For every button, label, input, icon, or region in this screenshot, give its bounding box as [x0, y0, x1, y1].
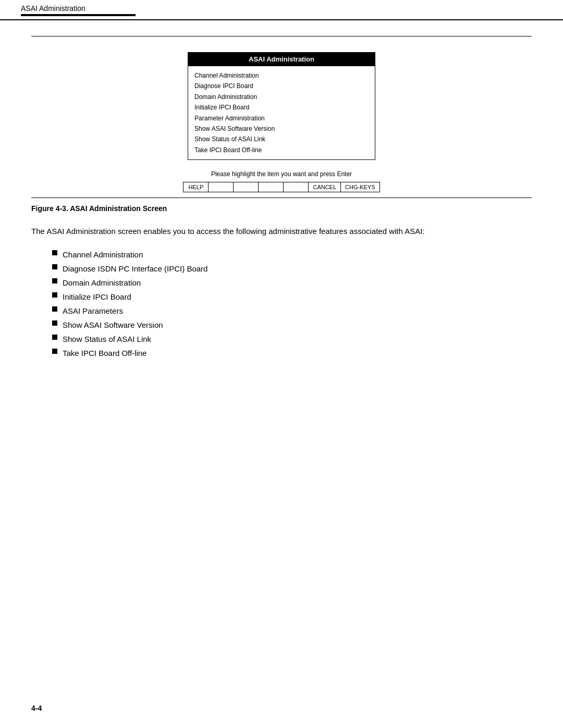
list-item-text: Show Status of ASAI Link	[63, 332, 151, 346]
fkey-help[interactable]: HELP	[183, 182, 209, 192]
list-item: Show Status of ASAI Link	[52, 332, 532, 346]
list-item: Take IPCI Board Off-line	[52, 346, 532, 360]
page-number: 4-4	[31, 704, 42, 712]
bullet-icon	[52, 250, 57, 255]
menu-item[interactable]: Parameter Administration	[194, 113, 369, 124]
menu-item[interactable]: Initialize IPCI Board	[194, 102, 369, 113]
fkey-bar: HELPCANCELCHG-KEYS	[31, 182, 532, 192]
list-item-text: Take IPCI Board Off-line	[63, 346, 146, 360]
bullet-icon	[52, 264, 57, 269]
bullet-list: Channel AdministrationDiagnose ISDN PC I…	[31, 248, 532, 360]
bottom-rule	[31, 198, 532, 198]
fkey-empty	[209, 182, 234, 192]
header-title: ASAI Administration	[21, 4, 85, 13]
list-item-text: Show ASAI Software Version	[63, 318, 163, 332]
menu-item[interactable]: Domain Administration	[194, 92, 369, 102]
bullet-icon	[52, 349, 57, 354]
list-item-text: Initialize IPCI Board	[63, 290, 131, 304]
page-container: ASAI Administration ASAI Administration …	[0, 0, 563, 728]
bullet-icon	[52, 292, 57, 298]
bullet-icon	[52, 278, 57, 283]
page-header: ASAI Administration	[0, 0, 563, 20]
fkey-bar-inner: HELPCANCELCHG-KEYS	[183, 182, 380, 192]
list-item-text: Channel Administration	[63, 248, 143, 262]
list-item: ASAI Parameters	[52, 304, 532, 318]
fkey-chgkeys[interactable]: CHG-KEYS	[341, 182, 379, 192]
list-item: Domain Administration	[52, 276, 532, 290]
list-item-text: Diagnose ISDN PC Interface (IPCI) Board	[63, 262, 207, 276]
fkey-empty	[284, 182, 309, 192]
fkey-cancel[interactable]: CANCEL	[309, 182, 341, 192]
list-item: Channel Administration	[52, 248, 532, 262]
menu-item[interactable]: Diagnose IPCI Board	[194, 81, 369, 91]
screen-box-header: ASAI Administration	[188, 53, 375, 66]
menu-item[interactable]: Show ASAI Software Version	[194, 124, 369, 134]
menu-item[interactable]: Show Status of ASAI Link	[194, 134, 369, 144]
header-underline	[21, 14, 136, 16]
figure-caption: Figure 4-3. ASAI Administration Screen	[31, 204, 532, 213]
instruction-text: Please highlight the item you want and p…	[31, 170, 532, 178]
list-item: Diagnose ISDN PC Interface (IPCI) Board	[52, 262, 532, 276]
bullet-icon	[52, 306, 57, 312]
menu-item[interactable]: Take IPCI Board Off-line	[194, 145, 369, 155]
screen-box-body: Channel AdministrationDiagnose IPCI Boar…	[188, 66, 375, 159]
fkey-empty	[234, 182, 259, 192]
list-item-text: ASAI Parameters	[63, 304, 123, 318]
body-paragraph: The ASAI Administration screen enables y…	[31, 225, 532, 237]
list-item: Initialize IPCI Board	[52, 290, 532, 304]
fkey-empty	[259, 182, 284, 192]
list-item: Show ASAI Software Version	[52, 318, 532, 332]
bullet-icon	[52, 335, 57, 340]
main-content: ASAI Administration Channel Administrati…	[0, 20, 563, 391]
screen-box-container: ASAI Administration Channel Administrati…	[31, 52, 532, 160]
list-item-text: Domain Administration	[63, 276, 141, 290]
screen-box: ASAI Administration Channel Administrati…	[188, 52, 375, 160]
bullet-icon	[52, 320, 57, 326]
menu-item[interactable]: Channel Administration	[194, 70, 369, 81]
top-rule	[31, 36, 532, 36]
